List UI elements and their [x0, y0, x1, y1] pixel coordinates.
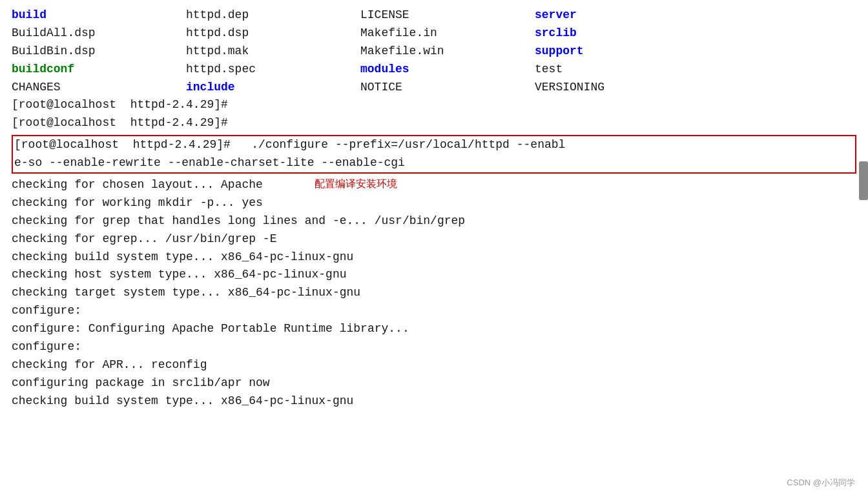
file-changes: CHANGES [12, 79, 186, 97]
file-test: test [535, 61, 709, 79]
check-apr-line: checking for APR... reconfig [12, 356, 856, 374]
file-support: support [535, 43, 709, 61]
configure-command-box: [root@localhost httpd-2.4.29]# ./configu… [12, 135, 856, 174]
annotation-cn: 配置编译安装环境 [315, 176, 397, 194]
check-egrep-line: checking for egrep... /usr/bin/grep -E [12, 230, 856, 249]
check-grep-text: checking for grep that handles long line… [12, 212, 465, 230]
file-include: include [186, 79, 360, 97]
check-grep-line: checking for grep that handles long line… [12, 212, 856, 230]
file-httpd-spec: httpd.spec [186, 61, 360, 79]
check-mkdir-text: checking for working mkdir -p... yes [12, 194, 263, 212]
configure-colon2-line: configure: [12, 338, 856, 356]
file-httpd-dsp: httpd.dsp [186, 25, 360, 43]
file-modules: modules [360, 61, 535, 79]
check-build-final-line: checking build system type... x86_64-pc-… [12, 392, 856, 411]
check-layout-text: checking for chosen layout... Apache [12, 176, 263, 194]
file-srclib: srclib [535, 25, 709, 43]
prompt-empty2: [root@localhost httpd-2.4.29]# [12, 114, 856, 132]
configure-colon1-text: configure: [12, 302, 81, 320]
check-layout-line: checking for chosen layout... Apache 配置编… [12, 176, 856, 194]
check-mkdir-line: checking for working mkdir -p... yes [12, 194, 856, 212]
watermark: CSDN @小冯同学 [787, 476, 855, 489]
file-httpd-mak: httpd.mak [186, 43, 360, 61]
file-list-row5: CHANGES include NOTICE VERSIONING [12, 79, 856, 97]
check-host-line: checking host system type... x86_64-pc-l… [12, 266, 856, 284]
file-httpd-dep: httpd.dep [186, 6, 360, 25]
file-notice: NOTICE [360, 79, 535, 97]
file-versioning: VERSIONING [535, 79, 709, 97]
file-makefile-win: Makefile.win [360, 43, 535, 61]
terminal: build httpd.dep LICENSE server BuildAll.… [0, 0, 868, 417]
file-list-row1: build httpd.dep LICENSE server [12, 6, 856, 25]
file-list-row4: buildconf httpd.spec modules test [12, 61, 856, 79]
configure-colon2-text: configure: [12, 338, 81, 356]
check-apr-text: checking for APR... reconfig [12, 356, 207, 374]
file-license: LICENSE [360, 6, 535, 25]
file-build: build [12, 6, 186, 25]
check-build-system-line: checking build system type... x86_64-pc-… [12, 249, 856, 267]
configure-apr-text: configure: Configuring Apache Portable R… [12, 320, 409, 338]
configure-cmd-text2: e-so --enable-rewrite --enable-charset-l… [14, 154, 405, 172]
check-host-text: checking host system type... x86_64-pc-l… [12, 266, 346, 284]
check-build-final-text: checking build system type... x86_64-pc-… [12, 392, 353, 411]
check-build-system-text: checking build system type... x86_64-pc-… [12, 249, 353, 267]
configure-cmd-line2: e-so --enable-rewrite --enable-charset-l… [14, 154, 854, 172]
check-target-line: checking target system type... x86_64-pc… [12, 284, 856, 302]
configure-cmd-line1: [root@localhost httpd-2.4.29]# ./configu… [14, 136, 854, 154]
file-server: server [535, 6, 709, 25]
file-list-row3: BuildBin.dsp httpd.mak Makefile.win supp… [12, 43, 856, 61]
check-target-text: checking target system type... x86_64-pc… [12, 284, 360, 302]
file-buildbin: BuildBin.dsp [12, 43, 186, 61]
file-makefile-in: Makefile.in [360, 25, 535, 43]
configuring-apr-text: configuring package in srclib/apr now [12, 374, 270, 392]
file-buildall: BuildAll.dsp [12, 25, 186, 43]
configure-apr-line: configure: Configuring Apache Portable R… [12, 320, 856, 338]
file-buildconf: buildconf [12, 61, 186, 79]
check-egrep-text: checking for egrep... /usr/bin/grep -E [12, 230, 276, 249]
configuring-apr-line: configuring package in srclib/apr now [12, 374, 856, 392]
scrollbar[interactable] [859, 161, 868, 200]
configure-colon1-line: configure: [12, 302, 856, 320]
prompt-empty1: [root@localhost httpd-2.4.29]# [12, 96, 856, 114]
configure-cmd-text1: [root@localhost httpd-2.4.29]# ./configu… [14, 136, 565, 154]
file-list-row2: BuildAll.dsp httpd.dsp Makefile.in srcli… [12, 25, 856, 43]
